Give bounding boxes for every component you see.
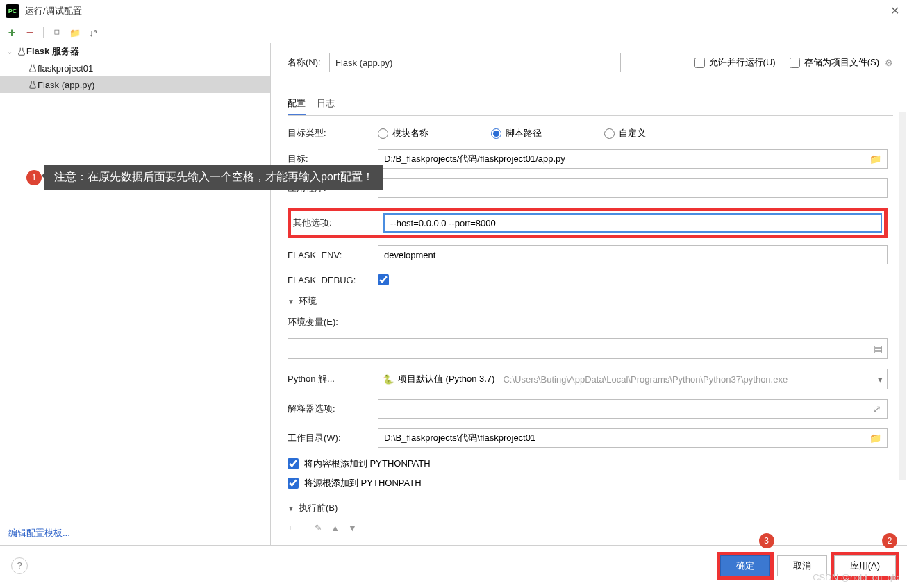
radio-custom[interactable]: 自定义 <box>604 127 646 140</box>
remove-config-button[interactable]: − <box>24 26 36 39</box>
before-launch-header[interactable]: ▼执行前(B) <box>288 502 888 514</box>
name-input[interactable] <box>329 53 621 72</box>
app-icon: PC <box>6 4 19 18</box>
target-label: 目标: <box>288 153 378 165</box>
close-icon[interactable]: ✕ <box>888 4 901 17</box>
watermark: CSDN @hold_on_qlc <box>813 572 899 582</box>
python-interp-label: Python 解... <box>288 373 378 385</box>
radio-module[interactable]: 模块名称 <box>378 127 428 140</box>
app-input[interactable] <box>378 178 888 198</box>
workdir-label: 工作目录(W): <box>288 432 378 444</box>
content-root-checkbox[interactable]: 将内容根添加到 PYTHONPATH <box>288 457 888 470</box>
interp-path: C:\Users\Buting\AppData\Local\Programs\P… <box>503 374 788 385</box>
expand-icon[interactable]: ⤢ <box>873 403 881 414</box>
tree-root-flask[interactable]: ⌄ Flask 服务器 <box>0 43 270 60</box>
gear-icon[interactable]: ⚙ <box>885 58 893 68</box>
chevron-down-icon: ▼ <box>288 505 294 512</box>
store-project-checkbox[interactable]: 存储为项目文件(S) <box>790 56 879 69</box>
tree-root-label: Flask 服务器 <box>26 45 79 58</box>
radio-script[interactable]: 脚本路径 <box>491 127 542 140</box>
tab-logs[interactable]: 日志 <box>317 93 335 115</box>
flask-debug-label: FLASK_DEBUG: <box>288 275 378 285</box>
toolbar: + − ⧉ 📁 ↓ª <box>0 22 907 43</box>
other-options-label: 其他选项: <box>293 217 383 229</box>
copy-icon[interactable]: ⧉ <box>51 26 63 39</box>
sort-icon[interactable]: ↓ª <box>87 26 99 39</box>
list-icon[interactable]: ▤ <box>874 343 883 354</box>
allow-parallel-label: 允许并行运行(U) <box>709 56 776 69</box>
tree-item-1[interactable]: Flask (app.py) <box>0 76 270 93</box>
interp-opts-input[interactable]: ⤢ <box>378 399 888 419</box>
content-panel: 名称(N): 允许并行运行(U) 存储为项目文件(S) ⚙ 配置 日志 目标类型… <box>271 43 907 545</box>
add-icon[interactable]: + <box>288 523 293 533</box>
callout-text: 注意：在原先数据后面要先输入一个空格，才能再输入port配置！ <box>44 165 383 190</box>
tab-config[interactable]: 配置 <box>288 93 306 115</box>
flask-env-input[interactable] <box>378 245 888 264</box>
callout-tip: 1 注意：在原先数据后面要先输入一个空格，才能再输入port配置！ <box>26 165 383 190</box>
env-vars-label: 环境变量(E): <box>288 316 378 328</box>
browse-icon[interactable]: 📁 <box>869 432 881 444</box>
remove-icon[interactable]: − <box>301 523 307 533</box>
down-icon[interactable]: ▼ <box>348 523 357 533</box>
interp-name: 项目默认值 (Python 3.7) <box>398 373 494 385</box>
edit-template-link[interactable]: 编辑配置模板... <box>8 527 70 539</box>
source-root-checkbox[interactable]: 将源根添加到 PYTHONPATH <box>288 477 888 489</box>
tree-item-label: Flask (app.py) <box>38 80 94 90</box>
sidebar: ⌄ Flask 服务器 flaskproject01 Flask (app.py… <box>0 43 271 545</box>
tabs: 配置 日志 <box>288 93 893 116</box>
browse-icon[interactable]: 📁 <box>869 153 881 165</box>
badge-3: 3 <box>759 533 774 548</box>
up-icon[interactable]: ▲ <box>331 523 340 533</box>
flask-debug-checkbox[interactable] <box>378 274 389 285</box>
python-icon: 🐍 <box>383 374 394 385</box>
titlebar: PC 运行/调试配置 ✕ <box>0 0 907 22</box>
target-type-label: 目标类型: <box>288 127 378 140</box>
chevron-down-icon[interactable]: ⌄ <box>7 48 17 56</box>
highlight-other-options: 其他选项: <box>288 208 888 238</box>
target-input[interactable]: 📁 <box>378 149 888 169</box>
flask-icon <box>17 47 26 56</box>
edit-icon[interactable]: ✎ <box>315 523 322 533</box>
chevron-down-icon: ▼ <box>288 298 294 305</box>
env-vars-input[interactable]: ▤ <box>288 338 888 359</box>
help-button[interactable]: ? <box>11 557 28 574</box>
flask-icon <box>28 63 38 73</box>
add-config-button[interactable]: + <box>6 26 18 39</box>
window-title: 运行/调试配置 <box>25 5 888 17</box>
allow-parallel-checkbox[interactable]: 允许并行运行(U) <box>694 56 776 69</box>
badge-2: 2 <box>882 533 897 548</box>
store-project-label: 存储为项目文件(S) <box>804 56 879 69</box>
flask-env-label: FLASK_ENV: <box>288 250 378 260</box>
before-launch-toolbar: + − ✎ ▲ ▼ <box>288 523 888 533</box>
interp-opts-label: 解释器选项: <box>288 403 378 415</box>
tree-item-0[interactable]: flaskproject01 <box>0 60 270 76</box>
folder-icon[interactable]: 📁 <box>69 26 81 39</box>
workdir-input[interactable]: 📁 <box>378 428 888 448</box>
name-label: 名称(N): <box>288 56 329 69</box>
flask-icon <box>28 80 38 90</box>
separator <box>43 27 44 38</box>
python-interp-select[interactable]: 🐍 项目默认值 (Python 3.7) C:\Users\Buting\App… <box>378 369 888 389</box>
chevron-down-icon[interactable]: ▾ <box>878 374 883 385</box>
scrollbar[interactable] <box>899 112 906 480</box>
other-options-input[interactable] <box>383 213 882 233</box>
ok-button[interactable]: 确定 <box>720 555 770 576</box>
env-section-header[interactable]: ▼环境 <box>288 295 888 308</box>
tree-item-label: flaskproject01 <box>38 63 93 74</box>
footer: ? 3 确定 取消 2 应用(A) <box>0 545 907 585</box>
